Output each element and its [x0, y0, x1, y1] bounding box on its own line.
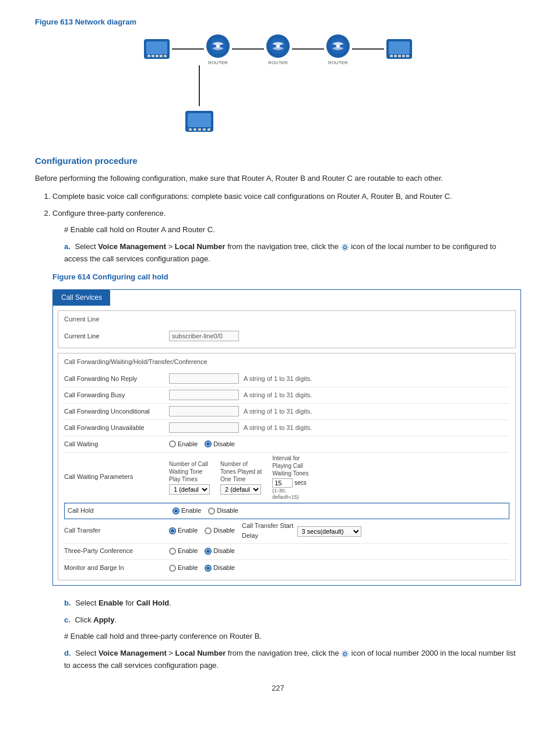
forwarding-unconditional-label: Call Forwarding Unconditional: [64, 407, 169, 417]
forwarding-no-reply-label: Call Forwarding No Reply: [64, 374, 169, 384]
step-b: b. Select Enable for Call Hold.: [64, 597, 521, 610]
three-party-label: Three-Party Conference: [64, 546, 169, 556]
forwarding-unavailable-hint: A string of 1 to 31 digits.: [244, 423, 312, 433]
hash-note-1: # Enable call hold on Router A and Route…: [64, 224, 521, 236]
call-transfer-delay-select[interactable]: 3 secs(default): [297, 526, 361, 537]
router-a-icon: [204, 32, 232, 60]
forwarding-busy-hint: A string of 1 to 31 digits.: [244, 390, 312, 401]
call-services-tab[interactable]: Call Services: [53, 290, 110, 306]
row-three-party: Three-Party Conference Enable Disable: [64, 544, 509, 560]
three-party-disable[interactable]: Disable: [205, 546, 235, 556]
interval-label: Interval forPlaying CallWaiting Tones: [272, 454, 308, 477]
gear-icon-a: [341, 243, 349, 251]
step-2: Configure three-party conference. # Enab…: [52, 208, 521, 672]
call-hold-enable[interactable]: Enable: [173, 506, 201, 516]
intro-text: Before performing the following configur…: [35, 173, 521, 185]
forwarding-section-title: Call Forwarding/Waiting/Hold/Transfer/Co…: [64, 357, 509, 368]
svg-rect-19: [394, 55, 397, 57]
svg-rect-5: [160, 55, 163, 57]
call-waiting-params-label: Call Waiting Parameters: [64, 472, 169, 482]
current-line-section-title: Current Line: [64, 314, 509, 325]
svg-rect-17: [389, 41, 410, 54]
svg-rect-2: [147, 55, 150, 57]
current-line-label: Current Line: [64, 331, 169, 342]
param1-select[interactable]: 1 (defaul: [169, 484, 210, 495]
svg-rect-29: [207, 128, 210, 131]
param2-select[interactable]: 2 (defaul: [220, 484, 261, 495]
router-c-icon: [324, 32, 352, 60]
svg-point-31: [344, 652, 347, 655]
step-1: Complete basic voice call configurations…: [52, 191, 521, 203]
network-diagram: ROUTER ROUTER ROUTER: [35, 32, 521, 138]
forwarding-unavailable-label: Call Forwarding Unavailable: [64, 423, 169, 433]
three-party-enable[interactable]: Enable: [169, 546, 198, 556]
svg-rect-18: [390, 55, 393, 57]
forwarding-section: Call Forwarding/Waiting/Hold/Transfer/Co…: [58, 353, 516, 580]
svg-rect-22: [406, 55, 409, 57]
call-waiting-disable[interactable]: Disable: [205, 439, 235, 450]
svg-rect-21: [402, 55, 405, 57]
hash-note-2: # Enable call hold and three-party confe…: [64, 631, 521, 643]
row-call-hold: Call Hold Enable Disable: [64, 503, 509, 519]
call-waiting-label: Call Waiting: [64, 439, 169, 450]
monitor-barge-disable[interactable]: Disable: [205, 563, 235, 573]
gear-icon-d: [341, 650, 349, 658]
call-waiting-enable[interactable]: Enable: [169, 439, 198, 450]
page-number: 227: [35, 684, 521, 692]
forwarding-unconditional-input[interactable]: [169, 406, 239, 416]
current-line-input[interactable]: [169, 331, 239, 341]
forwarding-unavailable-input[interactable]: [169, 422, 239, 433]
row-forwarding-no-reply: Call Forwarding No Reply A string of 1 t…: [64, 371, 509, 387]
svg-rect-4: [156, 55, 159, 57]
step-d: d. Select Voice Management > Local Numbe…: [64, 648, 521, 672]
svg-point-9: [216, 44, 220, 48]
main-steps: Complete basic voice call configurations…: [52, 191, 521, 672]
svg-point-12: [276, 44, 280, 48]
svg-rect-24: [188, 113, 211, 127]
row-call-waiting-params: Call Waiting Parameters Number of CallWa…: [64, 453, 509, 503]
forwarding-busy-input[interactable]: [169, 390, 239, 400]
forwarding-no-reply-input[interactable]: [169, 373, 239, 384]
call-transfer-disable[interactable]: Disable: [205, 526, 235, 536]
monitor-barge-label: Monitor and Barge In: [64, 563, 169, 573]
phone-bottom-icon: [183, 106, 216, 136]
interval-note: (1-30,default=15): [272, 488, 308, 501]
param1-label: Number of CallWaiting TonePlay Times: [169, 460, 210, 483]
interval-input[interactable]: [272, 478, 293, 488]
current-line-section: Current Line Current Line: [58, 310, 516, 349]
call-services-container: Call Services Current Line Current Line …: [52, 289, 521, 586]
step-a: a. Select Voice Management > Local Numbe…: [64, 241, 521, 265]
router-b-icon: [264, 32, 292, 60]
call-transfer-start-delay-label: Call Transfer StartDelay: [242, 521, 294, 541]
row-forwarding-unavailable: Call Forwarding Unavailable A string of …: [64, 420, 509, 436]
svg-point-15: [336, 44, 340, 48]
row-monitor-barge: Monitor and Barge In Enable Disable: [64, 560, 509, 576]
interval-unit: secs: [294, 478, 307, 488]
figure613-caption: Figure 613 Network diagram: [35, 18, 521, 26]
svg-rect-6: [164, 55, 167, 57]
row-call-waiting: Call Waiting Enable Disable: [64, 436, 509, 453]
row-forwarding-unconditional: Call Forwarding Unconditional A string o…: [64, 404, 509, 420]
svg-rect-28: [203, 128, 206, 131]
param2-label: Number ofTones Played atOne Time: [220, 460, 262, 483]
svg-rect-1: [146, 41, 167, 54]
svg-rect-3: [152, 55, 154, 57]
svg-rect-20: [398, 55, 401, 57]
svg-point-30: [343, 246, 346, 249]
row-call-transfer: Call Transfer Enable Disable Call Transf…: [64, 519, 509, 544]
svg-rect-27: [198, 128, 201, 131]
section-title: Configuration procedure: [35, 156, 521, 166]
phone-right-icon: [384, 34, 414, 64]
row-forwarding-busy: Call Forwarding Busy A string of 1 to 31…: [64, 387, 509, 404]
phone-left-icon: [142, 34, 172, 64]
forwarding-unconditional-hint: A string of 1 to 31 digits.: [244, 407, 312, 417]
svg-rect-25: [189, 128, 192, 131]
call-transfer-label: Call Transfer: [64, 526, 169, 536]
svg-rect-26: [193, 128, 196, 131]
step-c: c. Click Apply.: [64, 614, 521, 626]
forwarding-no-reply-hint: A string of 1 to 31 digits.: [244, 374, 312, 384]
call-hold-disable[interactable]: Disable: [208, 506, 238, 516]
monitor-barge-enable[interactable]: Enable: [169, 563, 198, 573]
forwarding-busy-label: Call Forwarding Busy: [64, 390, 169, 401]
call-transfer-enable[interactable]: Enable: [169, 526, 198, 536]
